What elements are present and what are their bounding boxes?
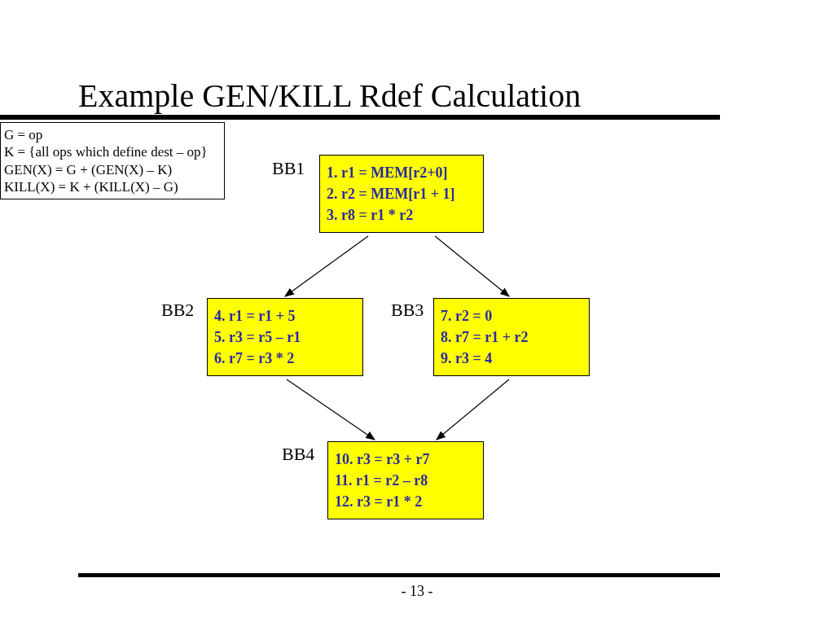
edge-bb1-bb3 xyxy=(435,236,509,296)
edge-bb1-bb2 xyxy=(285,236,368,296)
page-number: - 13 - xyxy=(0,583,834,600)
bb2-line-2: 5. r3 = r5 – r1 xyxy=(214,326,356,348)
title-underline xyxy=(0,115,720,120)
footer-rule xyxy=(78,573,720,577)
bb3-label: BB3 xyxy=(391,300,424,321)
slide-title: Example GEN/KILL Rdef Calculation xyxy=(78,77,581,115)
bb1-line-3: 3. r8 = r1 * r2 xyxy=(327,204,476,226)
def-line-2: K = {all ops which define dest – op} xyxy=(4,143,221,160)
def-line-3: GEN(X) = G + (GEN(X) – K) xyxy=(4,161,221,178)
bb2-line-3: 6. r7 = r3 * 2 xyxy=(214,348,356,369)
bb4-label: BB4 xyxy=(282,444,314,465)
bb3-line-2: 8. r7 = r1 + r2 xyxy=(441,326,582,348)
def-line-4: KILL(X) = K + (KILL(X) – G) xyxy=(4,178,221,195)
slide: Example GEN/KILL Rdef Calculation G = op… xyxy=(0,0,834,644)
bb1-block: 1. r1 = MEM[r2+0] 2. r2 = MEM[r1 + 1] 3.… xyxy=(319,155,484,233)
bb1-label: BB1 xyxy=(272,158,305,179)
bb2-block: 4. r1 = r1 + 5 5. r3 = r5 – r1 6. r7 = r… xyxy=(207,298,363,376)
bb3-block: 7. r2 = 0 8. r7 = r1 + r2 9. r3 = 4 xyxy=(433,298,590,376)
bb2-line-1: 4. r1 = r1 + 5 xyxy=(214,305,356,326)
bb4-line-2: 11. r1 = r2 – r8 xyxy=(335,470,476,491)
bb4-block: 10. r3 = r3 + r7 11. r1 = r2 – r8 12. r3… xyxy=(327,441,484,519)
bb3-line-3: 9. r3 = 4 xyxy=(441,348,582,369)
bb1-line-2: 2. r2 = MEM[r1 + 1] xyxy=(327,183,476,204)
def-line-1: G = op xyxy=(4,126,221,143)
edge-bb3-bb4 xyxy=(437,379,509,440)
bb2-label: BB2 xyxy=(161,300,194,321)
edge-bb2-bb4 xyxy=(287,379,375,440)
bb4-line-3: 12. r3 = r1 * 2 xyxy=(335,491,476,512)
bb4-line-1: 10. r3 = r3 + r7 xyxy=(335,449,476,470)
bb1-line-1: 1. r1 = MEM[r2+0] xyxy=(327,162,476,183)
bb3-line-1: 7. r2 = 0 xyxy=(441,305,582,326)
definitions-box: G = op K = {all ops which define dest – … xyxy=(0,122,225,199)
